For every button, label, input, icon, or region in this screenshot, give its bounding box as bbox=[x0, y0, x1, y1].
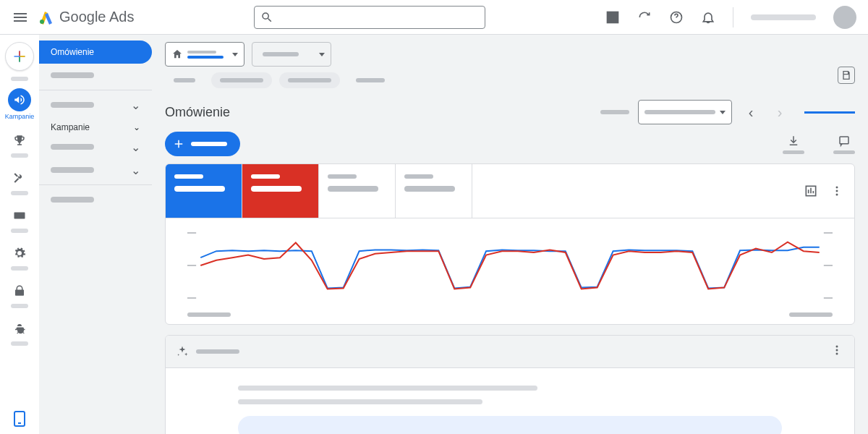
sparkle-icon bbox=[176, 345, 189, 358]
sidebar-item[interactable]: ⌄ bbox=[39, 158, 152, 182]
bug-icon bbox=[13, 322, 26, 335]
rail-placeholder bbox=[11, 304, 28, 308]
rail-placeholder bbox=[11, 191, 28, 195]
metric-tab-4[interactable] bbox=[396, 164, 472, 218]
rail-bug[interactable] bbox=[2, 312, 37, 347]
filter-chip[interactable] bbox=[165, 72, 204, 88]
metric-tab-2[interactable] bbox=[242, 164, 319, 218]
more-icon[interactable] bbox=[830, 343, 844, 357]
divider bbox=[733, 7, 733, 27]
svg-point-0 bbox=[40, 20, 44, 24]
recommendation-banner[interactable] bbox=[238, 416, 782, 434]
megaphone-icon bbox=[13, 93, 26, 106]
download-button[interactable] bbox=[783, 135, 804, 154]
create-button[interactable] bbox=[5, 42, 34, 71]
prev-period-button[interactable]: ‹ bbox=[741, 102, 761, 122]
search-input[interactable] bbox=[254, 6, 485, 29]
rail-campaigns-label: Kampanie bbox=[5, 113, 35, 120]
metric-tab-1[interactable] bbox=[166, 164, 242, 218]
svg-point-8 bbox=[836, 190, 838, 192]
avatar[interactable] bbox=[833, 6, 856, 29]
chevron-down-icon: ⌄ bbox=[131, 163, 140, 177]
compare-toggle[interactable] bbox=[804, 111, 855, 114]
expand-chart-icon[interactable] bbox=[804, 184, 818, 198]
text-placeholder bbox=[238, 399, 482, 404]
rail-placeholder bbox=[11, 153, 28, 158]
card-icon bbox=[13, 209, 26, 222]
text-placeholder bbox=[238, 386, 537, 391]
sidebar-overview[interactable]: Omówienie bbox=[39, 41, 152, 64]
rail-goals[interactable] bbox=[2, 124, 37, 159]
svg-rect-5 bbox=[840, 137, 848, 144]
trophy-icon bbox=[13, 134, 26, 147]
x-axis-start-label bbox=[187, 312, 231, 317]
rail-billing[interactable] bbox=[2, 200, 37, 234]
filter-chip[interactable] bbox=[211, 72, 272, 88]
card-title-placeholder bbox=[196, 349, 239, 354]
campaign-filter[interactable] bbox=[252, 42, 331, 67]
plus-icon bbox=[172, 137, 185, 150]
rail-placeholder bbox=[11, 229, 28, 233]
filter-chip[interactable] bbox=[347, 72, 393, 88]
svg-point-9 bbox=[836, 194, 838, 196]
filter-chip[interactable] bbox=[279, 72, 340, 88]
next-period-button: › bbox=[770, 102, 790, 122]
chevron-down-icon: ⌄ bbox=[133, 122, 140, 132]
rail-placeholder bbox=[11, 341, 28, 346]
header-placeholder bbox=[600, 110, 629, 114]
menu-icon[interactable] bbox=[12, 9, 29, 26]
svg-point-7 bbox=[836, 187, 838, 189]
help-icon[interactable] bbox=[669, 10, 684, 25]
chevron-down-icon: ⌄ bbox=[131, 140, 140, 154]
performance-chart bbox=[166, 218, 854, 312]
download-icon bbox=[787, 135, 800, 148]
sidebar-item[interactable] bbox=[39, 188, 152, 211]
save-icon bbox=[841, 69, 852, 81]
more-icon[interactable] bbox=[830, 184, 844, 198]
home-icon bbox=[171, 48, 183, 60]
account-filter[interactable] bbox=[165, 42, 244, 67]
page-title: Omówienie bbox=[165, 105, 230, 120]
logo[interactable]: Google Ads bbox=[38, 9, 134, 26]
save-view-button[interactable] bbox=[838, 67, 855, 84]
rail-campaigns[interactable]: Kampanie bbox=[2, 84, 37, 122]
lock-icon bbox=[13, 284, 26, 297]
svg-point-16 bbox=[836, 346, 838, 348]
x-axis-end-label bbox=[789, 312, 833, 317]
rail-mobile-link[interactable] bbox=[14, 411, 25, 434]
tools-icon bbox=[13, 171, 26, 184]
date-range-picker[interactable] bbox=[638, 100, 732, 124]
reports-icon[interactable] bbox=[605, 10, 620, 25]
svg-point-17 bbox=[836, 349, 838, 352]
rail-placeholder bbox=[11, 266, 28, 271]
feedback-icon bbox=[838, 135, 851, 148]
sidebar-campaigns-group[interactable]: Kampanie⌄ bbox=[39, 116, 152, 135]
gear-icon bbox=[13, 247, 26, 260]
rail-placeholder bbox=[11, 77, 28, 81]
chevron-down-icon: ⌄ bbox=[131, 98, 140, 112]
phone-icon bbox=[14, 411, 25, 427]
rail-tools[interactable] bbox=[2, 162, 37, 197]
recommendations-card bbox=[165, 335, 855, 434]
search-icon bbox=[260, 11, 273, 24]
notifications-icon[interactable] bbox=[701, 10, 715, 25]
brand-text: Google Ads bbox=[59, 9, 134, 25]
performance-card bbox=[165, 163, 855, 325]
rail-settings[interactable] bbox=[2, 237, 37, 272]
feedback-button[interactable] bbox=[833, 135, 855, 154]
metric-tab-3[interactable] bbox=[319, 164, 396, 218]
refresh-icon[interactable] bbox=[637, 10, 652, 25]
sidebar-item[interactable]: ⌄ bbox=[39, 135, 152, 158]
search-field[interactable] bbox=[279, 12, 479, 22]
rail-security[interactable] bbox=[2, 275, 37, 310]
new-campaign-button[interactable] bbox=[165, 132, 240, 156]
sidebar-item[interactable] bbox=[39, 64, 152, 87]
account-name-placeholder bbox=[751, 14, 816, 20]
sidebar-item[interactable]: ⌄ bbox=[39, 93, 152, 116]
svg-point-18 bbox=[836, 353, 838, 355]
